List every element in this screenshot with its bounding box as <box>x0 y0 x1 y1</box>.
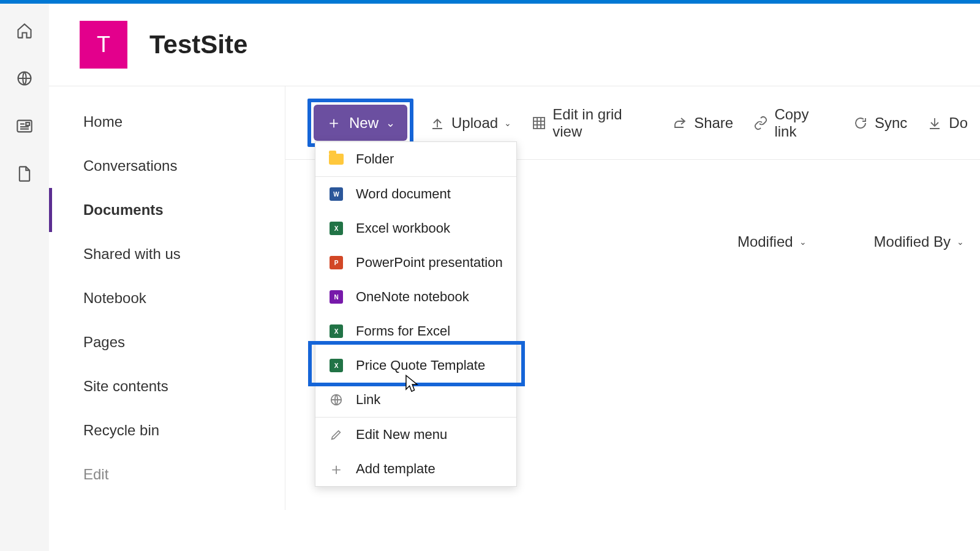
globe-icon[interactable] <box>16 70 33 87</box>
upload-icon <box>429 115 445 131</box>
copy-link-label: Copy link <box>774 106 833 140</box>
onenote-icon: N <box>329 290 344 304</box>
excel-icon: X <box>329 221 344 236</box>
share-button[interactable]: Share <box>668 110 737 137</box>
column-modified-by[interactable]: Modified By ⌄ <box>874 233 964 250</box>
chevron-down-icon: ⌄ <box>957 237 964 247</box>
nav-site-contents[interactable]: Site contents <box>49 364 285 408</box>
site-title: TestSite <box>149 30 247 59</box>
new-template-label: Price Quote Template <box>356 358 485 373</box>
site-logo[interactable]: T <box>80 21 127 69</box>
new-ppt-label: PowerPoint presentation <box>356 255 503 271</box>
new-forms[interactable]: X Forms for Excel <box>315 314 516 348</box>
edit-new-menu[interactable]: Edit New menu <box>315 418 516 452</box>
sync-icon <box>853 115 869 131</box>
new-word[interactable]: W Word document <box>315 177 516 211</box>
column-modified[interactable]: Modified ⌄ <box>737 233 807 250</box>
download-button[interactable]: Do <box>923 110 971 137</box>
column-modified-by-label: Modified By <box>874 233 951 250</box>
pencil-icon <box>329 427 344 442</box>
edit-new-menu-label: Edit New menu <box>356 427 447 443</box>
svg-rect-5 <box>26 122 29 126</box>
new-onenote-label: OneNote notebook <box>356 289 469 305</box>
news-icon[interactable] <box>16 118 33 135</box>
copy-link-button[interactable]: Copy link <box>749 101 837 145</box>
nav-recycle-bin[interactable]: Recycle bin <box>49 408 285 452</box>
download-label: Do <box>949 114 968 132</box>
chevron-down-icon: ⌄ <box>799 237 807 247</box>
new-onenote[interactable]: N OneNote notebook <box>315 280 516 314</box>
grid-icon <box>531 115 546 131</box>
nav-conversations[interactable]: Conversations <box>49 144 285 188</box>
left-navigation: Home Conversations Documents Shared with… <box>49 86 285 510</box>
link-icon <box>753 115 768 131</box>
document-library: ＋ New ⌄ Upload ⌄ Edit in gr <box>285 86 980 510</box>
new-powerpoint[interactable]: P PowerPoint presentation <box>315 246 516 280</box>
download-icon <box>927 115 943 131</box>
main-area: T TestSite Home Conversations Documents … <box>49 4 980 551</box>
new-excel-label: Excel workbook <box>356 220 450 236</box>
link-item-icon <box>329 392 344 407</box>
sync-label: Sync <box>875 114 907 132</box>
edit-grid-button[interactable]: Edit in grid view <box>527 101 656 145</box>
column-headers: Modified ⌄ Modified By ⌄ <box>737 233 980 250</box>
add-template[interactable]: ＋ Add template <box>315 452 516 486</box>
word-icon: W <box>329 187 344 201</box>
new-link-label: Link <box>356 392 380 408</box>
new-button-label: New <box>349 114 379 132</box>
nav-home[interactable]: Home <box>49 100 285 144</box>
upload-button[interactable]: Upload ⌄ <box>426 110 515 137</box>
file-icon[interactable] <box>16 165 33 182</box>
nav-pages[interactable]: Pages <box>49 320 285 364</box>
nav-shared[interactable]: Shared with us <box>49 232 285 276</box>
sync-button[interactable]: Sync <box>849 110 911 137</box>
powerpoint-icon: P <box>329 255 344 270</box>
share-icon <box>672 115 688 131</box>
chevron-down-icon: ⌄ <box>386 116 395 130</box>
home-icon[interactable] <box>16 22 33 39</box>
forms-icon: X <box>329 324 344 339</box>
upload-label: Upload <box>451 114 498 132</box>
new-link[interactable]: Link <box>315 383 516 417</box>
new-word-label: Word document <box>356 186 451 202</box>
highlight-new-button: ＋ New ⌄ <box>307 99 413 147</box>
svg-rect-6 <box>533 118 545 129</box>
app-rail <box>0 4 49 551</box>
nav-notebook[interactable]: Notebook <box>49 276 285 320</box>
add-template-label: Add template <box>356 461 435 477</box>
new-button[interactable]: ＋ New ⌄ <box>314 105 407 141</box>
new-excel[interactable]: X Excel workbook <box>315 211 516 246</box>
new-menu-dropdown: Folder W Word document X Excel workbook … <box>315 141 517 487</box>
site-header: T TestSite <box>49 4 980 86</box>
chevron-down-icon: ⌄ <box>504 118 511 128</box>
new-folder[interactable]: Folder <box>315 142 516 176</box>
column-modified-label: Modified <box>737 233 793 250</box>
plus-icon: ＋ <box>326 112 342 133</box>
nav-edit-link[interactable]: Edit <box>49 452 285 497</box>
folder-icon <box>329 152 344 167</box>
edit-grid-label: Edit in grid view <box>552 106 652 140</box>
nav-documents[interactable]: Documents <box>49 188 285 232</box>
new-price-quote-template[interactable]: X Price Quote Template <box>315 348 516 383</box>
new-forms-label: Forms for Excel <box>356 323 450 339</box>
share-label: Share <box>694 114 733 132</box>
plus-icon: ＋ <box>329 462 344 476</box>
excel-template-icon: X <box>329 358 344 373</box>
new-folder-label: Folder <box>356 151 394 167</box>
